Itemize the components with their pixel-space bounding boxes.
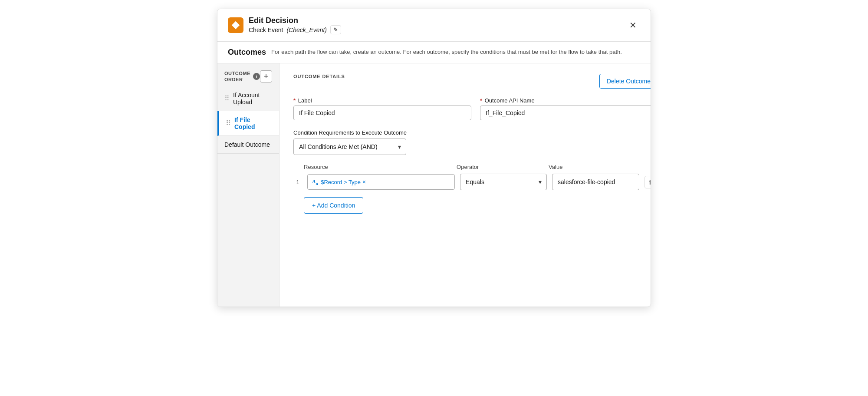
resource-tag-text: $Record > Type [321, 179, 361, 185]
operator-column-header: Operator [457, 164, 543, 170]
sidebar-item-label: If File Copied [234, 116, 272, 130]
required-star: * [480, 97, 482, 104]
condition-req-group: Condition Requirements to Execute Outcom… [293, 129, 651, 155]
sidebar-item-label: If Account Upload [233, 92, 272, 106]
header-title: Edit Decision Check Event (Check_Event) … [249, 16, 341, 34]
edit-name-button[interactable]: ✎ [330, 25, 341, 34]
sidebar-header-text: OUTCOMEORDER [224, 70, 250, 83]
trash-icon: 🗑 [648, 179, 651, 185]
operator-select[interactable]: Equals Not Equal To Contains Starts With [460, 174, 547, 190]
sidebar-item-file-copied[interactable]: ⠿ If File Copied [217, 111, 279, 136]
condition-req-label: Condition Requirements to Execute Outcom… [293, 129, 651, 137]
label-apiname-row: * Label * Outcome API Name [293, 97, 651, 120]
api-name-field-label: * Outcome API Name [480, 97, 651, 104]
add-condition-button[interactable]: + Add Condition [304, 197, 363, 214]
decision-icon [228, 17, 243, 33]
subtitle-italic: (Check_Event) [286, 26, 327, 33]
label-field-label: * Label [293, 97, 471, 104]
modal-title: Edit Decision [249, 16, 341, 25]
resource-type-icon: Aa [312, 178, 318, 186]
api-name-input[interactable] [480, 106, 651, 120]
modal-body: OUTCOMEORDER i + ⠿ If Account Upload ⠿ I… [217, 63, 651, 307]
header-left: Edit Decision Check Event (Check_Event) … [228, 16, 341, 34]
delete-outcome-button[interactable]: Delete Outcome [599, 74, 651, 89]
modal-subtitle: Check Event (Check_Event) ✎ [249, 25, 341, 34]
api-name-field-group: * Outcome API Name [480, 97, 651, 120]
drag-handle-icon: ⠿ [224, 94, 230, 102]
edit-decision-modal: Edit Decision Check Event (Check_Event) … [217, 9, 651, 307]
outcome-details-content: OUTCOME DETAILS Delete Outcome * Label *… [279, 63, 651, 307]
sidebar-header: OUTCOMEORDER i + [217, 63, 279, 86]
required-star: * [293, 97, 296, 104]
label-input[interactable] [293, 106, 471, 120]
row-number: 1 [293, 179, 302, 185]
value-column-header: Value [549, 164, 651, 170]
conditions-section: Resource Operator Value 1 Aa $Record > T… [293, 164, 651, 190]
resource-tag-remove[interactable]: × [362, 178, 366, 185]
plus-icon: + [264, 72, 269, 81]
operator-select-wrapper: Equals Not Equal To Contains Starts With… [460, 174, 547, 190]
close-button[interactable]: ✕ [626, 18, 640, 32]
sidebar-item-account-upload[interactable]: ⠿ If Account Upload [217, 86, 279, 111]
sidebar-item-default-outcome[interactable]: Default Outcome [217, 136, 279, 154]
subtitle-text: Check Event [249, 26, 283, 33]
add-outcome-button[interactable]: + [260, 70, 272, 82]
outcome-details-section-label: OUTCOME DETAILS [293, 74, 345, 79]
pencil-icon: ✎ [333, 26, 338, 33]
condition-req-select-wrapper: All Conditions Are Met (AND) Any Conditi… [293, 139, 406, 155]
sidebar-item-label: Default Outcome [224, 141, 270, 148]
outcomes-bar: Outcomes For each path the flow can take… [217, 42, 651, 63]
value-input[interactable] [552, 174, 639, 190]
modal-header: Edit Decision Check Event (Check_Event) … [217, 9, 651, 42]
svg-point-0 [235, 24, 237, 26]
label-field-group: * Label [293, 97, 471, 120]
condition-row: 1 Aa $Record > Type × Equals Not Equal T… [293, 174, 651, 190]
condition-req-select[interactable]: All Conditions Are Met (AND) Any Conditi… [293, 139, 406, 155]
outcomes-label: Outcomes [228, 48, 266, 57]
sidebar: OUTCOMEORDER i + ⠿ If Account Upload ⠿ I… [217, 63, 279, 307]
drag-handle-icon: ⠿ [226, 119, 231, 127]
resource-input[interactable]: Aa $Record > Type × [307, 174, 455, 190]
resource-column-header: Resource [304, 164, 451, 170]
outcomes-description: For each path the flow can take, create … [271, 48, 622, 56]
resource-tag: $Record > Type × [321, 178, 366, 185]
info-icon[interactable]: i [253, 73, 260, 80]
conditions-headers: Resource Operator Value [293, 164, 651, 170]
delete-condition-button[interactable]: 🗑 [644, 176, 651, 188]
